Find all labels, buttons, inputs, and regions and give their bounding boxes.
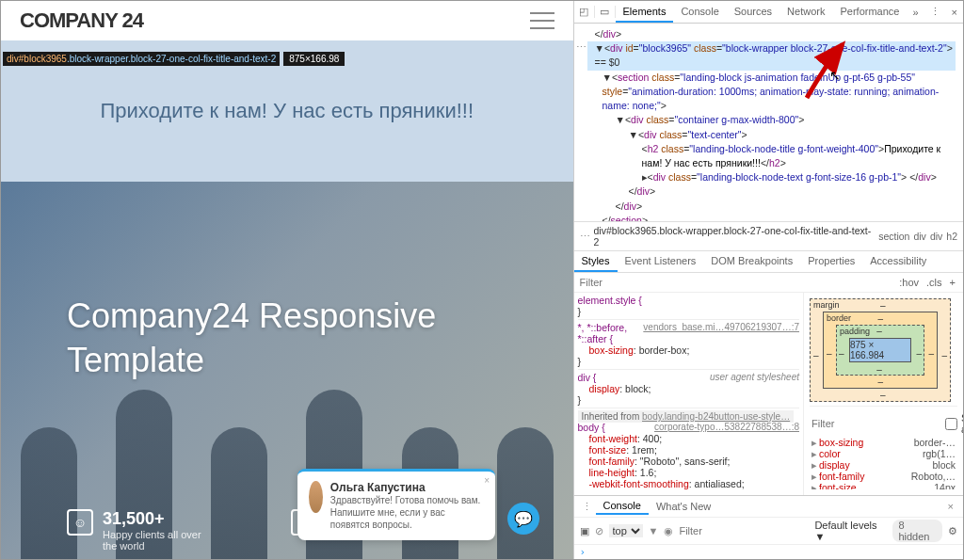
tab-styles[interactable]: Styles	[574, 251, 618, 272]
hidden-count[interactable]: 8 hidden	[892, 520, 942, 542]
smile-icon: ☺	[67, 509, 93, 536]
chat-bubble-icon[interactable]: 💬	[507, 503, 539, 535]
context-select[interactable]: top	[609, 524, 643, 537]
kebab-icon[interactable]: ⋮	[924, 6, 946, 18]
devtools-panel: ◰ ▭ Elements Console Sources Network Per…	[573, 1, 963, 559]
tab-performance[interactable]: Performance	[832, 2, 907, 23]
chat-message: Здравствуйте! Готова помочь вам. Напишит…	[330, 494, 484, 531]
cls-toggle[interactable]: .cls	[923, 277, 946, 288]
sidebar-toggle-icon[interactable]: ▣	[580, 525, 589, 537]
stat-number: AAA	[278, 558, 314, 559]
tab-network[interactable]: Network	[779, 2, 832, 23]
stat-number: No. 1	[67, 558, 108, 559]
tab-elements[interactable]: Elements	[616, 2, 674, 23]
devtools-top-bar: ◰ ▭ Elements Console Sources Network Per…	[574, 1, 963, 24]
add-rule-icon[interactable]: +	[946, 277, 959, 288]
hero-small-title: Приходите к нам! У нас есть пряники!!!	[100, 99, 474, 123]
styles-tabs: Styles Event Listeners DOM Breakpoints P…	[574, 251, 963, 273]
site-header: COMPANY 24	[1, 1, 573, 40]
hamburger-icon[interactable]	[530, 12, 554, 29]
tab-whats-new[interactable]: What's New	[649, 499, 718, 514]
stat-item: ☺ 31,500+ Happy clients all over the wor…	[67, 509, 216, 552]
tooltip-selector-classes: .block-wrapper.block-27-one-col-fix-titl…	[67, 54, 276, 64]
computed-filter-input[interactable]	[811, 418, 941, 429]
close-icon[interactable]: ×	[946, 7, 963, 18]
settings-icon[interactable]: ⚙	[948, 525, 957, 537]
log-level-select[interactable]: Default levels ▼	[814, 520, 887, 542]
hov-toggle[interactable]: :hov	[895, 277, 923, 288]
dom-breadcrumb[interactable]: ⋯ div#block3965.block-wrapper.block-27-o…	[574, 221, 963, 251]
cursor-icon: ↖	[829, 66, 841, 85]
console-drawer: ⋮ Console What's New × ▣ ⊘ top ▼ ◉ Defau…	[574, 495, 963, 559]
css-rules[interactable]: element.style {} vendors_base.mi…4970621…	[574, 293, 803, 495]
box-content-size: 875 × 166.984	[849, 338, 911, 362]
console-filter-input[interactable]	[679, 525, 809, 536]
styles-filter-input[interactable]	[578, 275, 896, 290]
clear-console-icon[interactable]: ⊘	[595, 525, 603, 537]
device-icon[interactable]: ▭	[595, 6, 616, 18]
show-all-checkbox[interactable]	[945, 418, 957, 430]
tab-dom-breakpoints[interactable]: DOM Breakpoints	[703, 251, 800, 272]
console-input[interactable]: ›	[574, 545, 963, 559]
hero-big-title: Company24 Responsive Template	[1, 182, 573, 383]
tab-sources[interactable]: Sources	[727, 2, 779, 23]
stats-row-2: No. 1 AAA	[67, 558, 314, 559]
tab-drawer-console[interactable]: Console	[596, 498, 649, 515]
computed-styles[interactable]: ▸box-sizingborder-… ▸colorrgb(1… ▸displa…	[810, 437, 957, 489]
tab-properties[interactable]: Properties	[800, 251, 862, 272]
hero-section-big: Company24 Responsive Template ☺ 31,500+ …	[1, 182, 573, 559]
stat-number: 31,500+	[103, 509, 216, 529]
live-expression-icon[interactable]: ◉	[664, 525, 673, 537]
inspect-icon[interactable]: ◰	[574, 6, 595, 18]
logo: COMPANY 24	[20, 8, 143, 33]
close-icon[interactable]: ×	[484, 475, 490, 486]
tab-event-listeners[interactable]: Event Listeners	[618, 251, 704, 272]
more-tabs-icon[interactable]: »	[907, 7, 924, 18]
chat-widget[interactable]: × Ольга Капустина Здравствуйте! Готова п…	[297, 469, 495, 540]
tab-console[interactable]: Console	[673, 2, 726, 23]
page-preview: COMPANY 24 div#block3965.block-wrapper.b…	[1, 1, 573, 559]
tooltip-selector-id: div#block3965	[7, 54, 67, 64]
drawer-kebab-icon[interactable]: ⋮	[578, 501, 596, 513]
inspect-highlight-tooltip: div#block3965.block-wrapper.block-27-one…	[3, 52, 345, 66]
tooltip-dimensions: 875×166.98	[283, 52, 345, 66]
box-model: margin–––– border–––– padding–––– 875 × …	[803, 293, 963, 495]
avatar	[309, 481, 323, 513]
close-icon[interactable]: ×	[942, 501, 959, 512]
chat-name: Ольга Капустина	[330, 481, 484, 494]
stat-label: Happy clients all over the world	[103, 529, 216, 552]
dom-tree[interactable]: ⋯ </div> ▼<div id="block3965" class="blo…	[574, 24, 963, 221]
tab-accessibility[interactable]: Accessibility	[862, 251, 934, 272]
